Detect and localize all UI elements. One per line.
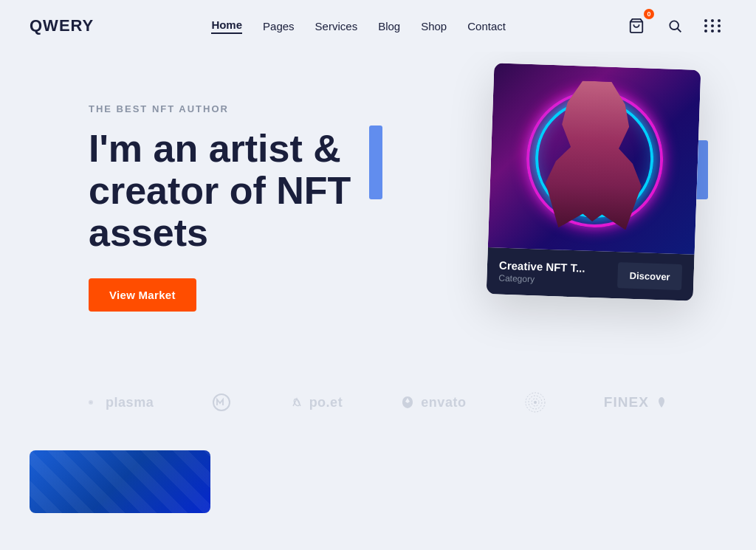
- logo-finex-text: FINEX: [604, 394, 649, 410]
- svg-point-4: [90, 402, 92, 403]
- logos-strip: plasma po.et envato FINEX: [0, 377, 756, 428]
- logo-iota: [524, 391, 546, 413]
- main-nav: Home Pages Services Blog Shop Contact: [211, 18, 506, 34]
- header-actions: 0: [623, 13, 726, 39]
- nav-services[interactable]: Services: [315, 20, 358, 32]
- svg-point-10: [534, 401, 537, 404]
- svg-point-5: [213, 394, 230, 410]
- logo-finex: FINEX: [604, 394, 668, 410]
- nav-contact[interactable]: Contact: [467, 20, 506, 32]
- nav-shop[interactable]: Shop: [421, 20, 447, 32]
- nav-blog[interactable]: Blog: [378, 20, 400, 32]
- logo-coinmarketcap: [211, 392, 232, 413]
- discover-button[interactable]: Discover: [617, 262, 682, 290]
- brand-logo[interactable]: QWERY: [30, 16, 94, 35]
- logo-envato: envato: [400, 395, 466, 410]
- logo-poet-text: po.et: [309, 395, 343, 410]
- nft-card-info: Creative NFT T... Category Discover: [487, 247, 695, 301]
- nft-card-category: Category: [498, 273, 585, 286]
- nft-card-container: Creative NFT T... Category Discover: [490, 66, 697, 298]
- svg-point-6: [293, 398, 300, 407]
- logo-plasma: plasma: [88, 395, 154, 410]
- search-button[interactable]: [662, 13, 688, 39]
- nav-pages[interactable]: Pages: [263, 20, 295, 32]
- blue-accent-left: [369, 126, 382, 199]
- svg-point-1: [670, 21, 678, 30]
- grid-menu-button[interactable]: [700, 13, 726, 39]
- hero-title-line1: I'm an artist &: [89, 127, 341, 170]
- hero-section: THE BEST NFT AUTHOR I'm an artist & crea…: [0, 52, 756, 369]
- logo-envato-text: envato: [421, 395, 466, 410]
- logo-poet: po.et: [290, 395, 343, 410]
- cart-button[interactable]: 0: [623, 13, 650, 39]
- svg-line-2: [678, 29, 681, 32]
- nft-card-text: Creative NFT T... Category: [498, 259, 585, 286]
- hero-title-line2: creator of NFT: [89, 169, 351, 212]
- logo-plasma-text: plasma: [106, 395, 154, 410]
- nft-card-title: Creative NFT T...: [499, 259, 585, 275]
- nft-card-image: [488, 63, 701, 255]
- nft-card: Creative NFT T... Category Discover: [487, 63, 701, 301]
- view-market-button[interactable]: View Market: [89, 278, 196, 312]
- nav-home[interactable]: Home: [211, 18, 242, 34]
- bottom-blue-section: [30, 450, 210, 513]
- grid-icon: [704, 19, 722, 32]
- header: QWERY Home Pages Services Blog Shop Cont…: [0, 0, 756, 52]
- hero-title-line3: assets: [89, 211, 208, 254]
- cart-badge: 0: [644, 9, 654, 19]
